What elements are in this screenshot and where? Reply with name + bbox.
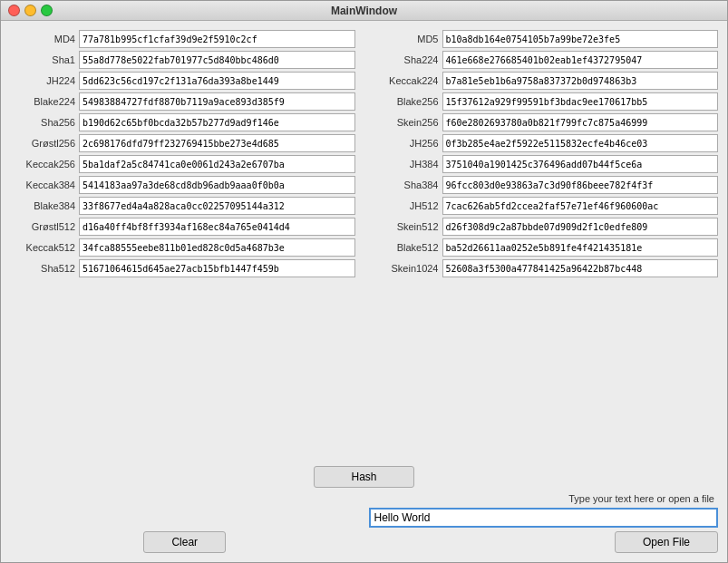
hash-value-skein512[interactable] (442, 218, 719, 236)
hash-row: Sha384 (374, 176, 719, 194)
hash-row: JH384 (374, 155, 719, 173)
hash-value-jh384[interactable] (442, 155, 719, 173)
hash-label-jh512: JH512 (374, 200, 439, 211)
hash-label-grøstl512: Grøstl512 (10, 221, 75, 232)
hash-row: Keccak512 (10, 238, 355, 257)
hash-value-skein1024[interactable] (442, 259, 719, 277)
hash-label-jh384: JH384 (374, 159, 439, 170)
input-label: Type your text here or open a file (369, 493, 719, 504)
hash-label-keccak224: Keccak224 (374, 75, 439, 86)
content-area: MD4 Sha1 JH224 Blake224 Sha256 Grøstl256… (1, 21, 727, 562)
hash-label-keccak256: Keccak256 (10, 159, 75, 170)
hash-row: Blake256 (374, 92, 719, 111)
hash-value-md5[interactable] (442, 30, 719, 48)
hash-label-keccak384: Keccak384 (10, 180, 75, 190)
hash-value-sha384[interactable] (442, 176, 719, 194)
hash-label-skein1024: Skein1024 (374, 263, 439, 274)
hash-value-sha512[interactable] (79, 259, 355, 277)
bottom-controls: Clear Type your text here or open a file… (10, 493, 718, 553)
hash-value-blake384[interactable] (79, 197, 355, 215)
hash-value-keccak224[interactable] (442, 72, 719, 90)
hash-label-blake512: Blake512 (374, 242, 439, 253)
hash-value-jh512[interactable] (442, 197, 719, 215)
text-input[interactable] (369, 508, 719, 528)
hash-row: Sha256 (10, 113, 355, 131)
hash-value-keccak512[interactable] (79, 238, 355, 257)
hash-row: Keccak224 (374, 72, 719, 90)
left-column: MD4 Sha1 JH224 Blake224 Sha256 Grøstl256… (10, 30, 355, 459)
close-button[interactable] (8, 5, 20, 16)
hash-row: Sha224 (374, 51, 719, 69)
hash-value-jh256[interactable] (442, 134, 719, 152)
hash-value-jh224[interactable] (79, 72, 355, 90)
hash-grid: MD4 Sha1 JH224 Blake224 Sha256 Grøstl256… (10, 30, 718, 459)
hash-label-blake256: Blake256 (374, 96, 439, 107)
hash-label-sha1: Sha1 (10, 54, 75, 65)
hash-label-sha512: Sha512 (10, 263, 75, 274)
hash-label-skein256: Skein256 (374, 117, 439, 128)
minimize-button[interactable] (24, 5, 36, 16)
title-bar: MainWindow (1, 1, 727, 21)
hash-value-sha1[interactable] (79, 51, 355, 69)
hash-row: JH224 (10, 72, 355, 90)
hash-row: Skein512 (374, 218, 719, 236)
hash-label-jh256: JH256 (374, 138, 439, 149)
hash-row: Keccak256 (10, 155, 355, 173)
hash-label-sha384: Sha384 (374, 180, 439, 190)
hash-row: Blake384 (10, 197, 355, 215)
open-file-row: Open File (369, 531, 719, 553)
hash-label-keccak512: Keccak512 (10, 242, 75, 253)
hash-label-md4: MD4 (10, 34, 75, 44)
hash-row: JH512 (374, 197, 719, 215)
window-title: MainWindow (331, 5, 397, 17)
right-column: MD5 Sha224 Keccak224 Blake256 Skein256 J… (374, 30, 719, 459)
hash-row: MD4 (10, 30, 355, 48)
bottom-area: Hash Clear Type your text here or open a… (10, 466, 718, 553)
hash-value-sha256[interactable] (79, 113, 355, 131)
hash-row: Sha512 (10, 259, 355, 277)
hash-label-blake384: Blake384 (10, 200, 75, 211)
clear-button[interactable]: Clear (143, 531, 226, 553)
hash-row: Blake512 (374, 238, 719, 257)
hash-row: Blake224 (10, 92, 355, 111)
hash-value-blake512[interactable] (442, 238, 719, 257)
hash-button[interactable]: Hash (314, 466, 413, 488)
hash-row: Keccak384 (10, 176, 355, 194)
hash-label-skein512: Skein512 (374, 221, 439, 232)
hash-row: Skein1024 (374, 259, 719, 277)
hash-row: Sha1 (10, 51, 355, 69)
main-window: MainWindow MD4 Sha1 JH224 Blake224 Sha25… (0, 0, 728, 563)
hash-value-skein256[interactable] (442, 113, 719, 131)
hash-value-blake256[interactable] (442, 92, 719, 111)
hash-value-grøstl512[interactable] (79, 218, 355, 236)
hash-label-sha224: Sha224 (374, 54, 439, 65)
hash-row: Skein256 (374, 113, 719, 131)
hash-label-jh224: JH224 (10, 75, 75, 86)
hash-label-sha256: Sha256 (10, 117, 75, 128)
hash-label-md5: MD5 (374, 34, 439, 44)
input-section: Type your text here or open a file Open … (369, 493, 719, 553)
hash-value-keccak384[interactable] (79, 176, 355, 194)
hash-label-grøstl256: Grøstl256 (10, 138, 75, 149)
maximize-button[interactable] (41, 5, 53, 16)
hash-label-blake224: Blake224 (10, 96, 75, 107)
hash-value-grøstl256[interactable] (79, 134, 355, 152)
hash-row: JH256 (374, 134, 719, 152)
hash-value-md4[interactable] (79, 30, 355, 48)
hash-row: MD5 (374, 30, 719, 48)
hash-row: Grøstl512 (10, 218, 355, 236)
clear-section: Clear (10, 493, 360, 553)
hash-button-row: Hash (314, 466, 413, 488)
open-file-button[interactable]: Open File (615, 531, 718, 553)
hash-value-keccak256[interactable] (79, 155, 355, 173)
window-controls (8, 5, 53, 16)
hash-row: Grøstl256 (10, 134, 355, 152)
hash-value-sha224[interactable] (442, 51, 719, 69)
hash-value-blake224[interactable] (79, 92, 355, 111)
